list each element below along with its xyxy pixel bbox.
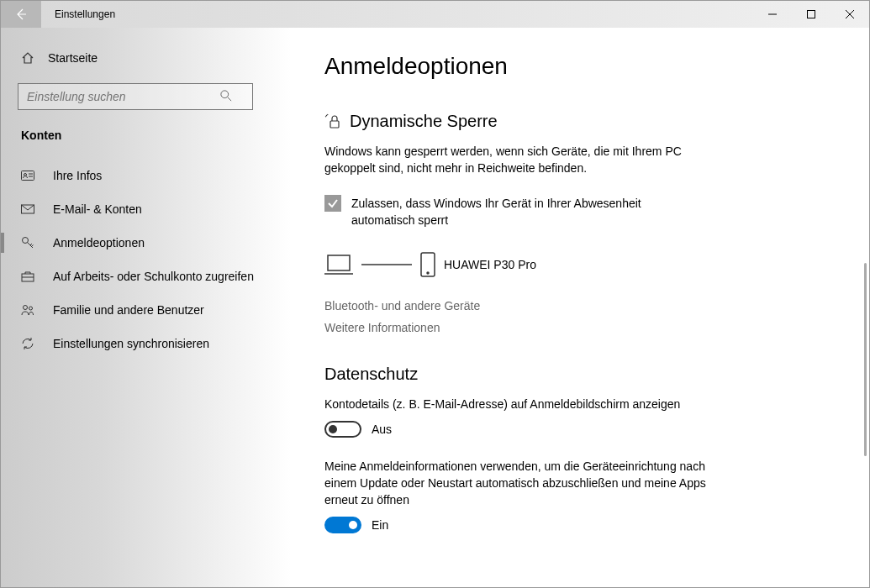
close-icon (846, 10, 854, 18)
connection-line-icon (361, 263, 412, 266)
section-dynamic-lock-heading: Dynamische Sperre (324, 112, 836, 131)
nav-work-school[interactable]: Auf Arbeits- oder Schulkonto zugreifen (1, 260, 291, 293)
section-privacy-heading: Datenschutz (324, 365, 836, 384)
link-bluetooth-devices[interactable]: Bluetooth- und andere Geräte (324, 299, 836, 312)
search-icon (220, 90, 232, 105)
nav-label: E-Mail- & Konten (53, 202, 142, 216)
svg-point-7 (24, 306, 28, 310)
minimize-button[interactable] (753, 1, 792, 28)
people-icon (21, 303, 34, 317)
person-card-icon (21, 169, 34, 182)
mail-icon (21, 202, 34, 216)
link-more-info[interactable]: Weitere Informationen (324, 321, 836, 334)
maximize-button[interactable] (792, 1, 830, 28)
privacy-setting1-toggle[interactable] (324, 421, 361, 438)
nav-sync-settings[interactable]: Einstellungen synchronisieren (1, 327, 291, 360)
home-link[interactable]: Startseite (1, 43, 291, 73)
nav-label: Familie und andere Benutzer (53, 303, 204, 317)
privacy-setting2-toggle[interactable] (324, 517, 361, 533)
nav-label: Einstellungen synchronisieren (53, 337, 209, 350)
laptop-icon (324, 254, 353, 276)
dynamic-lock-icon (324, 113, 341, 130)
content-area: Anmeldeoptionen Dynamische Sperre Window… (291, 28, 869, 588)
nav-signin-options[interactable]: Anmeldeoptionen (1, 226, 291, 260)
category-header: Konten (1, 129, 291, 159)
svg-rect-9 (330, 121, 339, 128)
search-input[interactable] (18, 83, 253, 110)
arrow-left-icon (14, 8, 28, 21)
check-icon (327, 197, 339, 209)
briefcase-icon (21, 270, 34, 283)
privacy-setting2-state: Ein (372, 518, 388, 532)
dynlock-checkbox[interactable] (324, 195, 341, 212)
nav-your-info[interactable]: Ihre Infos (1, 159, 291, 192)
paired-device-name: HUAWEI P30 Pro (444, 258, 536, 271)
sync-icon (21, 337, 34, 350)
svg-point-8 (29, 307, 33, 310)
privacy-setting1-state: Aus (372, 423, 392, 436)
dynlock-checkbox-label: Zulassen, dass Windows Ihr Gerät in Ihre… (351, 195, 704, 228)
nav-label: Auf Arbeits- oder Schulkonto zugreifen (53, 270, 254, 283)
key-icon (21, 236, 34, 249)
phone-icon (420, 252, 435, 277)
privacy-setting2-desc: Meine Anmeldeinformationen verwenden, um… (324, 458, 728, 508)
privacy-setting1-desc: Kontodetails (z. B. E-Mail-Adresse) auf … (324, 396, 728, 412)
svg-rect-10 (328, 255, 350, 270)
titlebar: Einstellungen (1, 1, 869, 28)
nav-family-users[interactable]: Familie und andere Benutzer (1, 293, 291, 327)
home-icon (21, 51, 34, 65)
nav-label: Ihre Infos (53, 169, 102, 182)
section-dynamic-lock-desc: Windows kann gesperrt werden, wenn sich … (324, 143, 720, 176)
page-title: Anmeldeoptionen (324, 53, 836, 80)
svg-point-1 (221, 91, 229, 98)
minimize-icon (768, 10, 777, 18)
maximize-icon (807, 10, 815, 18)
svg-rect-0 (808, 11, 815, 18)
close-button[interactable] (830, 1, 869, 28)
svg-point-13 (427, 272, 429, 274)
paired-device-row: HUAWEI P30 Pro (324, 252, 836, 277)
svg-rect-2 (22, 171, 34, 181)
scrollbar[interactable] (861, 28, 867, 587)
scrollthumb[interactable] (864, 263, 867, 456)
nav-label: Anmeldeoptionen (53, 236, 145, 249)
window-title: Einstellungen (55, 8, 115, 20)
sidebar: Startseite Konten Ihre Infos E-Mail- & K… (1, 28, 291, 588)
back-button[interactable] (1, 1, 41, 28)
nav-email-accounts[interactable]: E-Mail- & Konten (1, 192, 291, 226)
home-label: Startseite (48, 51, 98, 65)
svg-point-5 (23, 238, 29, 244)
